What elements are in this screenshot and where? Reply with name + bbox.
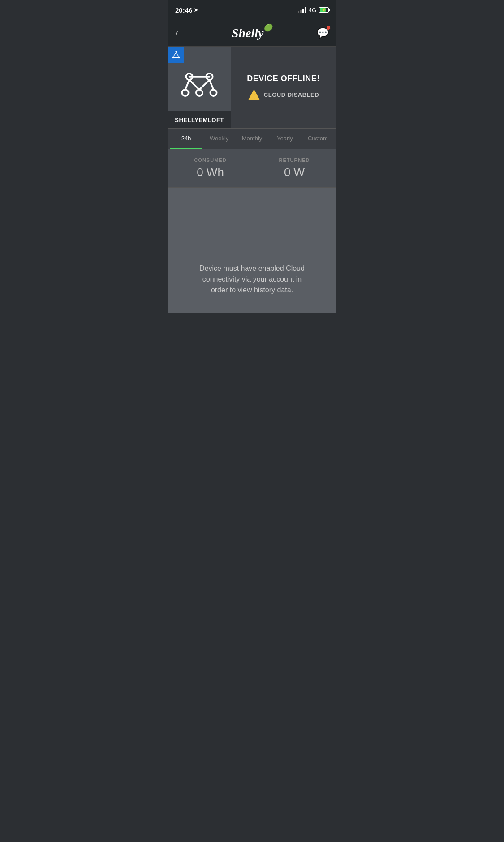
logo-text: Shelly xyxy=(232,26,264,40)
warning-icon: ! xyxy=(248,89,260,101)
device-card: SHELLYEMLOFT DEVICE OFFLINE! ! CLOUD DIS… xyxy=(168,47,336,129)
consumed-label: CONSUMED xyxy=(194,157,226,163)
returned-stat: RETURNED 0 W xyxy=(279,157,310,179)
back-button[interactable]: ‹ xyxy=(175,27,178,39)
battery-icon: ⚡ xyxy=(319,7,329,13)
device-name-bar: SHELLYEMLOFT xyxy=(168,111,231,128)
consumed-value: 0 Wh xyxy=(194,165,226,179)
svg-point-0 xyxy=(175,51,177,53)
svg-line-3 xyxy=(173,52,176,56)
status-right: 4G ⚡ xyxy=(298,7,329,13)
signal-bars-icon xyxy=(298,7,306,13)
tab-custom[interactable]: Custom xyxy=(302,129,334,149)
chart-area: Device must have enabled Cloud connectiv… xyxy=(168,188,336,313)
chart-empty-message: Device must have enabled Cloud connectiv… xyxy=(194,263,310,295)
svg-point-8 xyxy=(182,90,188,96)
cloud-disabled-label: CLOUD DISABLED xyxy=(264,91,319,98)
device-type-badge xyxy=(168,47,184,63)
device-left-panel: SHELLYEMLOFT xyxy=(168,47,231,128)
time-display: 20:46 xyxy=(175,6,192,14)
location-arrow-icon: ➤ xyxy=(194,7,198,13)
device-right-panel: DEVICE OFFLINE! ! CLOUD DISABLED xyxy=(231,47,336,128)
cloud-disabled-row: ! CLOUD DISABLED xyxy=(248,89,319,101)
returned-label: RETURNED xyxy=(279,157,310,163)
app-header: ‹ Shelly 🟢 💬 xyxy=(168,20,336,47)
network-type: 4G xyxy=(309,7,316,13)
stats-row: CONSUMED 0 Wh RETURNED 0 W xyxy=(168,149,336,188)
svg-line-12 xyxy=(190,80,200,90)
status-time: 20:46 ➤ xyxy=(175,6,198,14)
device-type-icon xyxy=(171,50,181,60)
svg-line-14 xyxy=(210,80,214,90)
time-tabs: 24h Weekly Monthly Yearly Custom xyxy=(168,129,336,149)
tab-yearly[interactable]: Yearly xyxy=(268,129,301,149)
chat-notification-badge xyxy=(326,26,331,30)
app-logo: Shelly 🟢 xyxy=(232,26,264,40)
svg-point-9 xyxy=(196,90,202,96)
svg-point-10 xyxy=(210,90,216,96)
svg-line-13 xyxy=(199,80,210,90)
main-content: 24h Weekly Monthly Yearly Custom CONSUME… xyxy=(168,129,336,313)
chat-button[interactable]: 💬 xyxy=(317,27,329,39)
status-bar: 20:46 ➤ 4G ⚡ xyxy=(168,0,336,20)
returned-value: 0 W xyxy=(279,165,310,179)
cloud-logo-icon: 🟢 xyxy=(263,23,272,32)
device-name: SHELLYEMLOFT xyxy=(175,117,224,123)
tab-weekly[interactable]: Weekly xyxy=(202,129,235,149)
svg-text:!: ! xyxy=(253,93,255,100)
tab-24h[interactable]: 24h xyxy=(170,129,202,149)
device-main-icon xyxy=(179,65,220,107)
svg-line-11 xyxy=(185,80,190,90)
consumed-stat: CONSUMED 0 Wh xyxy=(194,157,226,179)
tab-monthly[interactable]: Monthly xyxy=(236,129,268,149)
offline-status: DEVICE OFFLINE! xyxy=(247,74,320,83)
svg-line-4 xyxy=(176,52,179,56)
